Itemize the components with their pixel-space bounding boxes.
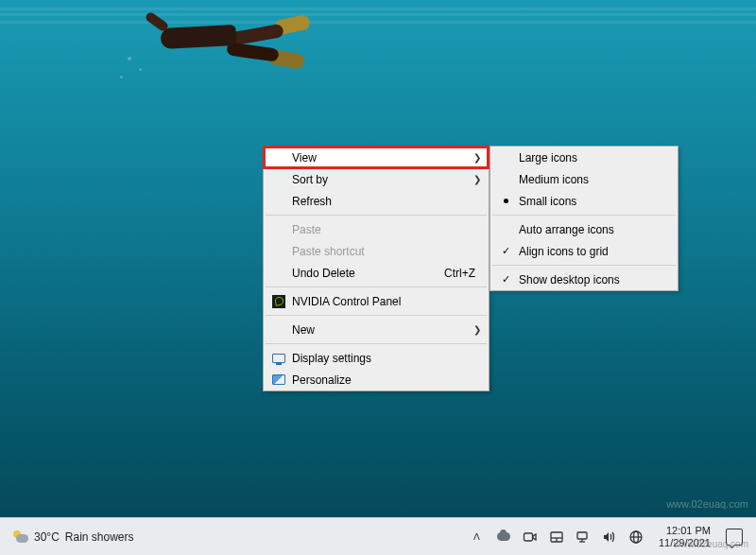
submenu-arrow-icon: ❯ — [472, 324, 481, 335]
menu-item-personalize[interactable]: Personalize — [264, 369, 489, 390]
svg-rect-0 — [524, 533, 532, 541]
submenu-item-align-grid[interactable]: ✓Align icons to grid — [490, 240, 678, 262]
label: Align icons to grid — [515, 245, 670, 258]
network-icon[interactable] — [576, 529, 591, 545]
label: Large icons — [515, 151, 670, 165]
label: New — [288, 323, 472, 337]
label: Sort by — [288, 173, 472, 186]
menu-item-nvidia[interactable]: NVIDIA Control Panel — [264, 290, 489, 312]
menu-item-display-settings[interactable]: Display settings — [264, 347, 489, 369]
wallpaper-swimmer — [109, 0, 298, 104]
system-tray: ᐱ 12:01 PM 11/29/2021 — [470, 525, 756, 549]
submenu-arrow-icon: ❯ — [472, 174, 481, 184]
check-icon: ✓ — [496, 245, 515, 257]
view-submenu: Large icons Medium icons Small icons Aut… — [490, 146, 679, 291]
time: 12:01 PM — [659, 525, 711, 537]
action-center-icon[interactable] — [726, 529, 743, 546]
label: Undo Delete — [288, 267, 444, 280]
menu-item-new[interactable]: New❯ — [264, 319, 489, 340]
onedrive-icon[interactable] — [496, 529, 511, 545]
label: Personalize — [288, 373, 481, 387]
label: NVIDIA Control Panel — [288, 295, 481, 308]
menu-item-sort-by[interactable]: Sort by❯ — [264, 168, 489, 190]
separator — [266, 343, 487, 344]
radio-dot-icon — [504, 199, 508, 203]
label: Paste shortcut — [288, 245, 481, 258]
label: Medium icons — [515, 173, 670, 186]
meet-now-icon[interactable] — [523, 529, 538, 545]
nvidia-icon — [272, 295, 285, 308]
label: Small icons — [515, 195, 670, 208]
label: Auto arrange icons — [515, 223, 670, 236]
taskbar: 30°C Rain showers ᐱ 12:01 PM 11/29/2021 … — [0, 517, 756, 555]
separator — [266, 286, 487, 287]
menu-item-refresh[interactable]: Refresh — [264, 190, 489, 212]
weather-icon — [11, 529, 28, 546]
touchpad-icon[interactable] — [549, 529, 564, 545]
tray-overflow-icon[interactable]: ᐱ — [470, 529, 485, 545]
weather-text: Rain showers — [65, 530, 134, 544]
desktop-context-menu: View❯ Sort by❯ Refresh Paste Paste short… — [263, 146, 490, 391]
menu-item-undo-delete[interactable]: Undo DeleteCtrl+Z — [264, 262, 489, 284]
separator — [492, 215, 676, 216]
hotkey: Ctrl+Z — [444, 267, 475, 280]
date: 11/29/2021 — [659, 537, 711, 549]
menu-item-view[interactable]: View❯ — [264, 147, 489, 168]
separator — [492, 265, 676, 266]
submenu-item-auto-arrange[interactable]: Auto arrange icons — [490, 218, 678, 240]
weather-widget[interactable]: 30°C Rain showers — [0, 529, 134, 546]
label: Display settings — [288, 352, 481, 365]
label: Show desktop icons — [515, 273, 670, 286]
submenu-item-small-icons[interactable]: Small icons — [490, 190, 678, 212]
label: View — [288, 151, 472, 165]
svg-rect-4 — [577, 532, 587, 539]
clock[interactable]: 12:01 PM 11/29/2021 — [655, 525, 714, 549]
menu-item-paste-shortcut: Paste shortcut — [264, 240, 489, 262]
weather-temp: 30°C — [34, 530, 60, 544]
label: Paste — [288, 223, 481, 236]
language-icon[interactable] — [628, 529, 644, 545]
separator — [266, 315, 487, 316]
watermark: www.02euaq.com — [666, 498, 748, 510]
volume-icon[interactable] — [602, 529, 617, 545]
label: Refresh — [288, 195, 481, 208]
separator — [266, 215, 487, 216]
submenu-item-show-desktop-icons[interactable]: ✓Show desktop icons — [490, 269, 678, 290]
monitor-icon — [272, 354, 285, 363]
check-icon: ✓ — [496, 273, 515, 286]
submenu-item-medium-icons[interactable]: Medium icons — [490, 168, 678, 190]
submenu-item-large-icons[interactable]: Large icons — [490, 147, 678, 168]
personalize-icon — [272, 374, 285, 385]
submenu-arrow-icon: ❯ — [472, 152, 481, 163]
menu-item-paste: Paste — [264, 218, 489, 240]
